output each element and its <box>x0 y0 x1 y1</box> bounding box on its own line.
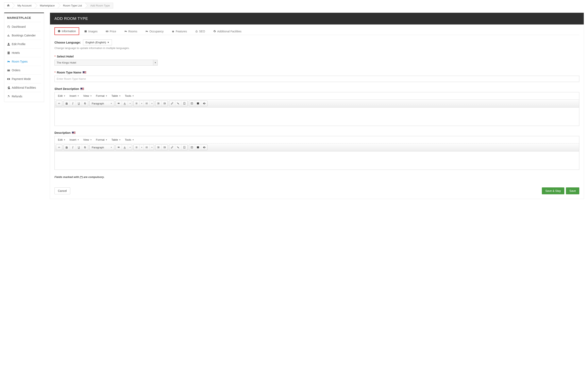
rte-menu-tools[interactable]: Tools▼ <box>123 93 136 98</box>
rte-indent-button[interactable] <box>162 101 168 106</box>
rte-blockquote-button[interactable] <box>116 145 122 150</box>
sidebar-item-room-types[interactable]: Room Types <box>7 57 41 66</box>
rte-preview-button[interactable] <box>201 101 207 106</box>
rte-blockquote-button[interactable] <box>116 101 122 106</box>
tab-images[interactable]: Images <box>81 27 100 35</box>
image-icon <box>196 146 199 149</box>
rte-menu-edit[interactable]: Edit▼ <box>56 137 67 142</box>
sidebar-item-label: Edit Profile <box>12 42 26 46</box>
rte-anchor-button[interactable] <box>181 101 187 106</box>
rte-numbered-list-dropdown[interactable]: ▼ <box>150 101 154 106</box>
sidebar-item-additional-facilities[interactable]: Additional Facilities <box>7 83 41 92</box>
room-type-name-input[interactable] <box>54 76 579 82</box>
sidebar-item-dashboard[interactable]: Dashboard <box>7 23 41 31</box>
rte-content-area[interactable] <box>55 151 579 170</box>
rte-source-code-button[interactable] <box>56 101 62 106</box>
rte-preview-button[interactable] <box>201 145 207 150</box>
rte-content-area[interactable] <box>55 107 579 126</box>
rte-numbered-list-button[interactable] <box>144 145 150 150</box>
rte-image-button[interactable] <box>195 145 201 150</box>
rte-bullet-list-button[interactable] <box>133 101 140 106</box>
rte-menu-tools[interactable]: Tools▼ <box>123 137 136 142</box>
rte-text-color-button[interactable]: A <box>122 101 128 106</box>
rte-source-code-button[interactable] <box>56 145 62 150</box>
bed-icon <box>7 60 10 63</box>
rte-menu-table[interactable]: Table▼ <box>109 137 123 142</box>
cancel-button[interactable]: Cancel <box>54 187 70 194</box>
rte-menubar: Edit▼ Insert▼ View▼ Format▼ Table▼ Tools… <box>55 136 579 143</box>
rte-menu-view[interactable]: View▼ <box>81 137 94 142</box>
breadcrumb-add-room-type: Add Room Type <box>85 3 113 8</box>
sidebar-item-edit-profile[interactable]: Edit Profile <box>7 40 41 49</box>
rte-italic-button[interactable]: I <box>70 145 76 150</box>
save-button[interactable]: Save <box>566 187 579 194</box>
rte-unlink-button[interactable] <box>175 101 181 106</box>
rte-numbered-list-dropdown[interactable]: ▼ <box>150 145 154 150</box>
tab-features[interactable]: Features <box>169 27 190 35</box>
rte-link-button[interactable] <box>169 145 175 150</box>
rte-media-button[interactable] <box>189 101 195 106</box>
rte-text-color-dropdown[interactable]: ▼ <box>128 101 132 106</box>
sidebar-item-bookings-calendar[interactable]: Bookings Calender <box>7 31 41 40</box>
tab-rooms[interactable]: Rooms <box>121 27 140 35</box>
svg-rect-1 <box>59 31 59 32</box>
rte-menu-format[interactable]: Format▼ <box>94 137 109 142</box>
room-type-name-label: Room Type Name <box>57 71 81 74</box>
sidebar-item-payment-mode[interactable]: Payment Mode <box>7 75 41 83</box>
rte-menu-format[interactable]: Format▼ <box>94 93 109 98</box>
rte-menu-insert[interactable]: Insert▼ <box>67 93 81 98</box>
rte-underline-button[interactable]: U <box>76 101 82 106</box>
required-asterisk: * <box>54 71 56 74</box>
rte-strikethrough-button[interactable]: S <box>82 101 88 106</box>
breadcrumb-my-account[interactable]: My Account <box>12 3 35 8</box>
breadcrumb-home[interactable] <box>4 2 13 8</box>
rte-bullet-list-dropdown[interactable]: ▼ <box>140 101 144 106</box>
main-panel: ADD ROOM TYPE Information Images Price <box>50 13 584 199</box>
rte-unlink-button[interactable] <box>175 145 181 150</box>
rte-text-color-dropdown[interactable]: ▼ <box>128 145 132 150</box>
rte-text-color-button[interactable]: A <box>122 145 128 150</box>
rte-strikethrough-button[interactable]: S <box>82 145 88 150</box>
rte-numbered-list-button[interactable] <box>144 101 150 106</box>
rte-menu-view[interactable]: View▼ <box>81 93 94 98</box>
rte-image-button[interactable] <box>195 101 201 106</box>
sidebar-item-label: Room Types <box>12 60 28 63</box>
rte-paragraph-dropdown[interactable]: Paragraph▼ <box>90 145 114 150</box>
tab-additional-facilities[interactable]: Additional Facilities <box>210 27 245 35</box>
rte-underline-button[interactable]: U <box>76 145 82 150</box>
caret-down-icon[interactable]: ▼ <box>153 60 158 65</box>
tab-price[interactable]: Price <box>103 27 119 35</box>
sidebar-item-orders[interactable]: Orders <box>7 66 41 75</box>
rte-indent-button[interactable] <box>162 145 168 150</box>
language-dropdown[interactable]: English (English) ▼ <box>83 39 112 45</box>
sidebar-item-refunds[interactable]: Refunds <box>7 92 41 100</box>
rte-menu-edit[interactable]: Edit▼ <box>56 93 67 98</box>
save-stay-button[interactable]: Save & Stay <box>542 187 564 194</box>
tab-information[interactable]: Information <box>54 27 79 35</box>
rte-outdent-button[interactable] <box>156 101 162 106</box>
rte-bold-button[interactable]: B <box>64 101 70 106</box>
rte-paragraph-dropdown[interactable]: Paragraph▼ <box>90 101 114 106</box>
breadcrumb-room-type-list[interactable]: Room Type List <box>58 3 85 8</box>
unlink-icon <box>177 102 180 105</box>
rte-menu-insert[interactable]: Insert▼ <box>67 137 81 142</box>
sidebar-item-hotels[interactable]: Hotels <box>7 49 41 57</box>
price-icon <box>106 30 108 33</box>
indent-icon <box>163 102 166 105</box>
rte-bullet-list-button[interactable] <box>133 145 140 150</box>
rte-menu-table[interactable]: Table▼ <box>109 93 123 98</box>
rte-media-button[interactable] <box>189 145 195 150</box>
rte-anchor-button[interactable] <box>181 145 187 150</box>
select-hotel-dropdown[interactable]: The Kings Hotel ▼ <box>54 60 158 65</box>
rte-bold-button[interactable]: B <box>64 145 70 150</box>
rte-outdent-button[interactable] <box>156 145 162 150</box>
rte-italic-button[interactable]: I <box>70 101 76 106</box>
breadcrumb-marketplace[interactable]: Marketplace <box>35 3 58 8</box>
tab-label: Images <box>88 30 98 33</box>
rte-bullet-list-dropdown[interactable]: ▼ <box>140 145 144 150</box>
rte-link-button[interactable] <box>169 101 175 106</box>
choose-language-label: Choose Language: <box>54 41 81 44</box>
tab-occupancy[interactable]: Occupancy <box>142 27 166 35</box>
tab-label: Price <box>110 30 116 33</box>
tab-seo[interactable]: SEO <box>192 27 208 35</box>
